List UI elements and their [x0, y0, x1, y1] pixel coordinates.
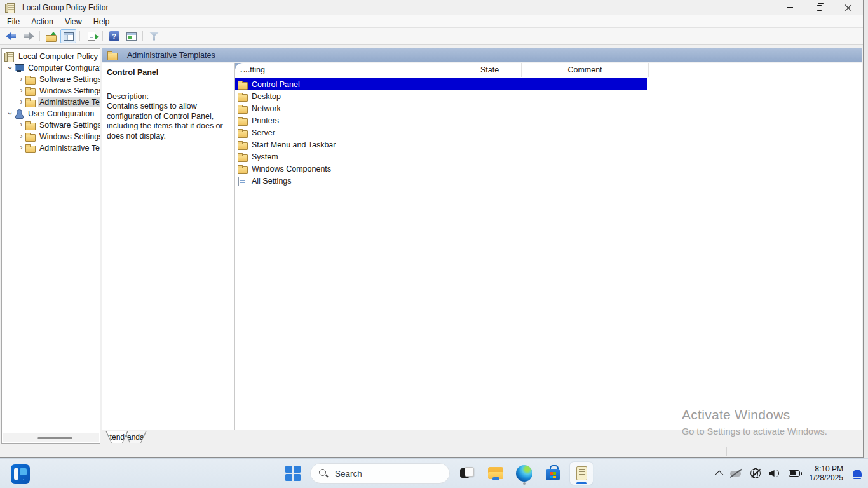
menu-item[interactable]: View — [59, 16, 88, 27]
tree-item[interactable]: Windows Settings — [2, 85, 100, 97]
tree-item[interactable]: Windows Settings — [2, 131, 100, 142]
list-item-label: Network — [252, 104, 281, 113]
edge-button[interactable] — [513, 462, 536, 485]
back-button[interactable] — [3, 29, 19, 43]
volume-icon[interactable] — [769, 469, 780, 478]
new-window-button[interactable] — [123, 29, 139, 43]
microsoft-logo-icon — [550, 472, 556, 478]
list-item-label: Server — [252, 128, 275, 137]
restore-icon — [817, 5, 822, 11]
export-list-button[interactable] — [83, 29, 99, 43]
battery-icon[interactable] — [789, 470, 800, 477]
menu-item[interactable]: File — [1, 16, 25, 27]
view-tab[interactable]: Extended — [105, 431, 128, 443]
list-row[interactable]: All Settings — [235, 175, 647, 187]
tree-node-icon — [25, 86, 36, 95]
tree-chevron-icon[interactable] — [17, 121, 25, 130]
tree-item-label: User Configuration — [27, 109, 95, 119]
toolbar-separator — [39, 31, 40, 41]
tree-chevron-icon[interactable] — [17, 132, 25, 141]
list-item-icon — [238, 165, 248, 173]
filter-funnel-icon — [149, 32, 159, 41]
start-button[interactable] — [281, 462, 304, 485]
list-item-label: Printers — [252, 116, 279, 125]
list-row[interactable]: Printers — [235, 114, 647, 126]
status-pane-divider — [811, 447, 811, 456]
list-item-label: All Settings — [252, 177, 292, 186]
horizontal-scrollbar[interactable] — [3, 433, 99, 442]
file-explorer-button[interactable] — [484, 462, 507, 485]
tree-chevron-icon[interactable] — [17, 144, 25, 152]
list-row[interactable]: Windows Components — [235, 163, 647, 175]
settings-list-panel: SettingStateComment Control Panel — [235, 63, 862, 430]
tree-item-label: Computer Configuration — [27, 63, 100, 73]
toolbar-separator — [142, 31, 143, 41]
list-item-icon — [238, 128, 248, 137]
list-row[interactable]: Network — [235, 102, 647, 114]
no-internet-icon[interactable] — [750, 468, 761, 478]
list-item-label: System — [252, 152, 278, 161]
gpedit-taskbar-button[interactable] — [570, 462, 593, 485]
search-box[interactable] — [310, 463, 450, 484]
microsoft-store-button[interactable] — [541, 462, 564, 485]
widgets-icon[interactable] — [11, 464, 30, 484]
view-tabs: Extended Standard — [102, 431, 862, 444]
help-button[interactable] — [106, 29, 122, 43]
task-view-button[interactable] — [456, 462, 478, 485]
restore-button[interactable] — [804, 0, 834, 15]
forward-button[interactable] — [20, 29, 36, 43]
close-button[interactable] — [834, 0, 863, 15]
description-panel: Control Panel Description: Contains sett… — [102, 63, 235, 430]
tree-item[interactable]: Software Settings — [2, 119, 100, 131]
tree: Local Computer Policy Computer Configura… — [2, 49, 100, 154]
list-row[interactable]: Desktop — [235, 90, 647, 102]
tree-item[interactable]: User Configuration — [2, 108, 100, 119]
menu-bar: FileActionViewHelp — [0, 15, 863, 28]
tray-clock[interactable]: 8:10 PM 1/28/2025 — [810, 464, 843, 482]
tree-item[interactable]: Local Computer Policy — [2, 51, 100, 62]
scrollbar-thumb[interactable] — [37, 437, 72, 439]
titlebar: Local Group Policy Editor — [0, 0, 863, 15]
list-row[interactable]: Start Menu and Taskbar — [235, 139, 647, 151]
settings-list: Control Panel Desktop Networ — [235, 78, 862, 187]
onedrive-offline-icon[interactable] — [729, 469, 742, 478]
tray-chevron-icon[interactable] — [715, 470, 723, 478]
view-tab-label: Extended — [106, 431, 128, 443]
description-text: Contains settings to allow configuration… — [107, 102, 229, 141]
column-header[interactable]: Comment — [522, 63, 649, 77]
close-icon — [844, 4, 852, 11]
tree-chevron-icon[interactable] — [17, 75, 25, 84]
list-row[interactable]: System — [235, 151, 647, 163]
tree-chevron-icon[interactable] — [6, 109, 14, 118]
filter-button[interactable] — [146, 29, 162, 43]
tree-item[interactable]: Administrative Templates — [2, 97, 100, 108]
search-icon — [319, 469, 328, 478]
tree-chevron-icon[interactable] — [17, 86, 25, 95]
tree-item[interactable]: Software Settings — [2, 74, 100, 85]
windows-logo-icon — [285, 466, 301, 482]
menu-item[interactable]: Action — [25, 16, 59, 27]
notification-bell-icon[interactable] — [853, 470, 862, 477]
menu-item[interactable]: Help — [88, 16, 116, 27]
show-console-tree-button[interactable] — [60, 29, 76, 43]
list-row[interactable]: Control Panel — [235, 78, 647, 90]
tree-chevron-icon[interactable] — [17, 98, 25, 107]
minimize-button[interactable] — [775, 0, 804, 15]
help-icon — [109, 31, 119, 41]
console-tree-icon — [64, 32, 74, 41]
status-pane-divider — [726, 447, 727, 456]
forward-arrow-icon — [23, 32, 34, 40]
panel-header-title: Administrative Templates — [127, 51, 215, 60]
list-item-label: Desktop — [252, 92, 281, 101]
search-input[interactable] — [335, 469, 430, 478]
column-header[interactable]: Setting — [238, 63, 458, 77]
tree-node-icon — [25, 75, 36, 84]
column-header[interactable]: State — [458, 63, 522, 77]
list-item-label: Windows Components — [252, 165, 331, 173]
tree-item[interactable]: Computer Configuration — [2, 62, 100, 74]
up-one-level-button[interactable] — [43, 29, 59, 43]
list-item-label: Start Menu and Taskbar — [252, 140, 336, 149]
tree-chevron-icon[interactable] — [6, 64, 14, 72]
list-row[interactable]: Server — [235, 126, 647, 139]
tree-item[interactable]: Administrative Templates — [2, 142, 100, 154]
